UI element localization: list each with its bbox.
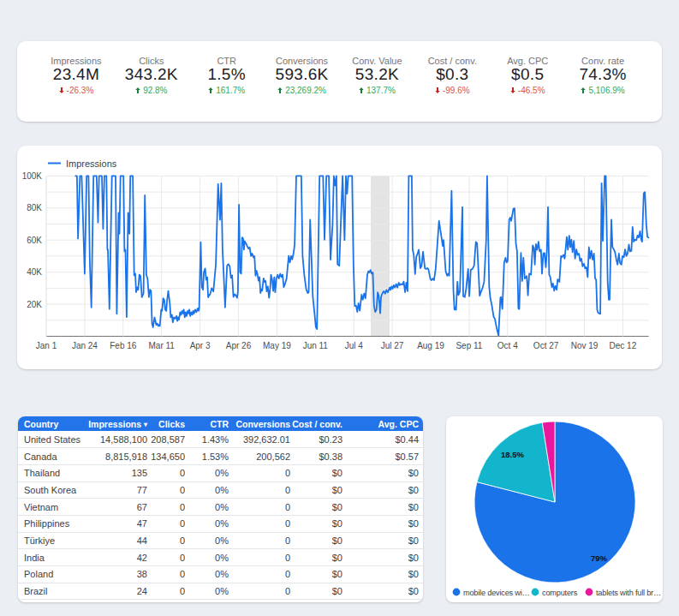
svg-text:Jun 11: Jun 11 <box>303 341 329 350</box>
svg-text:Jan 24: Jan 24 <box>72 341 98 350</box>
svg-text:Oct 27: Oct 27 <box>533 341 559 350</box>
svg-text:18.5%: 18.5% <box>501 450 524 459</box>
svg-text:Apr 3: Apr 3 <box>190 341 211 350</box>
svg-text:Dec 12: Dec 12 <box>610 341 637 350</box>
svg-text:Feb 16: Feb 16 <box>110 341 137 350</box>
svg-text:computers: computers <box>542 589 578 597</box>
svg-text:Oct 4: Oct 4 <box>497 341 518 350</box>
svg-text:May 19: May 19 <box>263 341 291 350</box>
svg-text:60K: 60K <box>27 236 42 245</box>
svg-text:Impressions: Impressions <box>66 158 117 169</box>
svg-text:Aug 19: Aug 19 <box>417 341 444 350</box>
svg-text:Nov 19: Nov 19 <box>571 341 599 350</box>
svg-text:Jul 27: Jul 27 <box>381 341 404 350</box>
svg-text:tablets with full br…: tablets with full br… <box>596 589 661 597</box>
svg-text:Jan 1: Jan 1 <box>36 341 57 350</box>
svg-text:Apr 26: Apr 26 <box>226 341 252 350</box>
svg-text:mobile devices wi…: mobile devices wi… <box>463 589 530 597</box>
svg-text:40K: 40K <box>27 267 42 277</box>
svg-text:100K: 100K <box>22 171 43 181</box>
svg-text:Mar 11: Mar 11 <box>149 341 176 350</box>
svg-text:20K: 20K <box>27 300 42 309</box>
svg-text:Sep 11: Sep 11 <box>456 341 482 350</box>
svg-text:79%: 79% <box>591 553 608 563</box>
svg-text:80K: 80K <box>27 203 42 212</box>
svg-text:Jul 4: Jul 4 <box>345 341 364 350</box>
